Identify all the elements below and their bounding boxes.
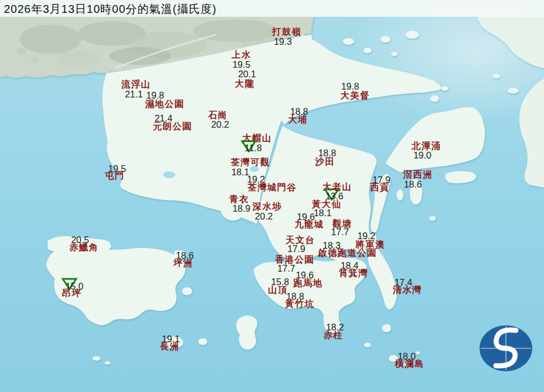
station-name-label: 天文台 <box>286 235 315 246</box>
station-name-label: 荃灣可觀 <box>231 157 270 169</box>
station-name-label: 流浮山 <box>122 79 151 91</box>
hko-logo: 香港天文台 HONG KONG OBSERVATORY <box>469 324 542 390</box>
station-name-label: 上水 <box>232 49 252 61</box>
station-name-label: 沙田 <box>315 156 335 168</box>
weather-temperature-map: 2026年3月13日10時00分的氣溫(攝氏度) 19.3打鼓嶺19.5上水20… <box>0 0 544 392</box>
station-name-label: 黃竹坑 <box>285 298 315 310</box>
station-name-label: 昂坪 <box>62 288 82 300</box>
station-name-label: 大帽山 <box>243 133 272 144</box>
station-name-label: 打鼓嶺 <box>272 26 302 38</box>
station-name-label: 深水埗 <box>253 201 282 213</box>
station-name-label: 滘西洲 <box>403 169 433 181</box>
station-name-label: 屯門 <box>105 170 125 182</box>
station-name-label: 黃大仙 <box>312 199 342 211</box>
station-name-label: 北潭涌 <box>412 141 441 152</box>
station-name-label: 赤柱 <box>324 330 343 342</box>
station-name-label: 赤鱲角 <box>69 242 99 254</box>
station-name-label: 西貢 <box>370 182 390 194</box>
station-name-label: 清水灣 <box>393 284 422 296</box>
station-name-label: 濕地公園 <box>145 99 184 110</box>
station-name-label: 大老山 <box>323 181 352 193</box>
station-name-label: 大美督 <box>341 90 370 102</box>
station-name-label: 坪洲 <box>174 258 193 269</box>
station-name-label: 元朗公園 <box>153 121 192 133</box>
station-name-label: 大隴 <box>235 78 255 90</box>
station-name-label: 荃灣城門谷 <box>248 182 297 194</box>
station-name-label: 山頂 <box>268 284 288 296</box>
station-name-label: 大埔 <box>289 114 308 126</box>
station-name-label: 橫瀾島 <box>395 358 425 370</box>
stations-layer: 19.3打鼓嶺19.5上水20.1大隴21.1流浮山19.8濕地公園21.4元朗… <box>0 0 544 392</box>
station-name-label: 跑馬地 <box>294 278 323 290</box>
station-name-label: 啟德跑道公園 <box>318 248 377 259</box>
station-name-label: 長洲 <box>160 341 180 353</box>
station-name-label: 青衣 <box>230 194 249 206</box>
station-name-label: 石崗 <box>208 110 228 122</box>
station-name-label: 觀塘 <box>333 218 352 230</box>
station-name-label: 筲箕灣 <box>339 268 369 279</box>
station-name-label: 九龍城 <box>295 219 324 231</box>
station-name-label: 香港公園 <box>275 254 314 266</box>
hko-logo-icon <box>469 324 542 372</box>
